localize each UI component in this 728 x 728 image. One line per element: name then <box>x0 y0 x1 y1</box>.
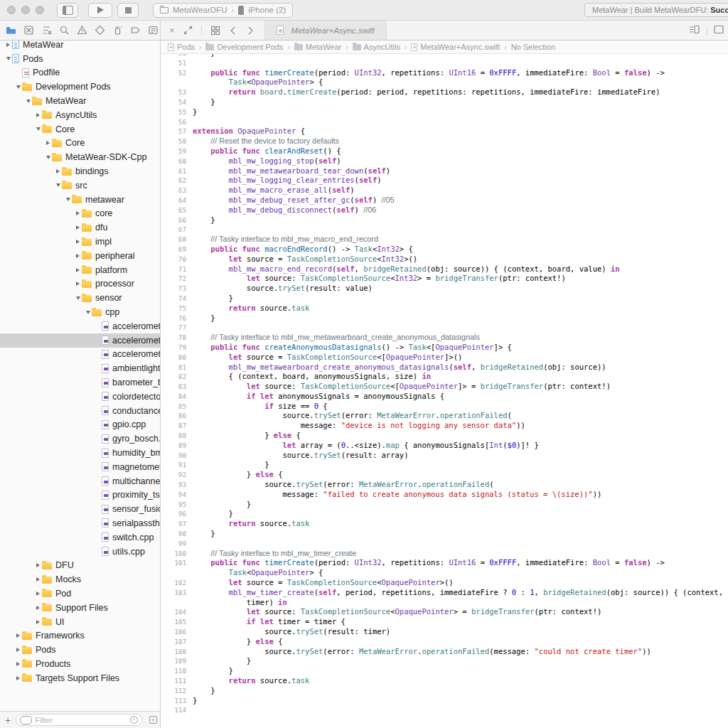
filter-field[interactable]: Filter <box>16 714 142 726</box>
disclosure-right-icon[interactable] <box>34 563 42 567</box>
code-line-text[interactable]: } <box>193 666 728 676</box>
line-number[interactable] <box>161 598 193 608</box>
disclosure-right-icon[interactable] <box>14 662 22 666</box>
line-number[interactable]: 79 <box>161 343 193 353</box>
line-number[interactable] <box>161 77 193 87</box>
tree-row-utils-cpp[interactable]: utils.cpp <box>0 545 160 559</box>
code-line-text[interactable]: source.trySet(error: MetaWearError.opera… <box>193 411 728 421</box>
line-number[interactable]: 76 <box>161 314 193 323</box>
line-number[interactable]: 52 <box>161 68 193 78</box>
code-line-text[interactable]: source.trySet(result: timer) <box>193 627 728 637</box>
code-line-text[interactable]: } <box>193 314 728 323</box>
tree-row-pods[interactable]: Pods <box>0 52 160 66</box>
code-line-text[interactable]: source.trySet(result: value) <box>193 284 728 294</box>
line-number[interactable]: 110 <box>161 666 193 676</box>
tree-row-asyncutils[interactable]: AsyncUtils <box>0 108 160 122</box>
activity-status-view[interactable]: MetaWear | Build MetaWearDFU: Succeeded <box>584 3 728 17</box>
tree-row-gpio-cpp[interactable]: gpio.cpp <box>0 418 160 432</box>
line-number[interactable]: 62 <box>161 176 193 186</box>
line-number[interactable]: 91 <box>161 460 193 470</box>
code-line-text[interactable]: { (context, board, anonymousSignals, siz… <box>193 372 728 382</box>
disclosure-down-icon[interactable] <box>24 100 32 103</box>
run-button[interactable] <box>88 3 112 18</box>
disclosure-right-icon[interactable] <box>74 282 82 286</box>
code-line-text[interactable]: if let anonymousSignals = anonymousSigna… <box>193 392 728 402</box>
line-number[interactable]: 51 <box>161 58 193 68</box>
report-navigator-icon[interactable] <box>148 25 159 36</box>
disclosure-down-icon[interactable] <box>4 57 12 60</box>
line-number[interactable]: 95 <box>161 500 193 510</box>
tree-row-accelerometer-[interactable]: accelerometer.... <box>0 319 160 333</box>
breadcrumb-item-asyncutils[interactable]: AsyncUtils <box>353 43 400 51</box>
code-line-text[interactable]: /// Reset the device to factory defaults <box>193 136 728 146</box>
tree-row-proximity-tsl2-[interactable]: proximity_tsl2... <box>0 488 160 503</box>
breakpoint-navigator-icon[interactable] <box>130 25 141 36</box>
code-line-text[interactable]: } <box>193 656 728 666</box>
tree-row-pods[interactable]: Pods <box>0 643 160 657</box>
line-number[interactable]: 84 <box>161 392 193 402</box>
tree-row-bindings[interactable]: bindings <box>0 164 160 178</box>
line-number[interactable]: 75 <box>161 304 193 314</box>
code-line-text[interactable]: mbl_mw_logging_clear_entries(self) <box>193 176 728 186</box>
disclosure-right-icon[interactable] <box>74 211 82 215</box>
add-editor-icon[interactable] <box>714 24 724 37</box>
code-line-text[interactable]: let source: TaskCompletionSource<Int32> … <box>193 274 728 284</box>
line-number[interactable]: 92 <box>161 470 193 480</box>
tree-row-accelerometer-[interactable]: accelerometer... <box>0 348 160 362</box>
line-number[interactable]: 57 <box>161 127 193 136</box>
tree-row-ui[interactable]: UI <box>0 615 160 629</box>
disclosure-right-icon[interactable] <box>34 592 42 596</box>
tree-row-serialpassthro-[interactable]: serialpassthro... <box>0 516 160 530</box>
line-number[interactable]: 90 <box>161 451 193 461</box>
disclosure-right-icon[interactable] <box>74 240 82 244</box>
code-line-text[interactable]: mbl_mw_debug_reset_after_gc(self) //05 <box>193 196 728 205</box>
code-line-text[interactable] <box>193 225 728 235</box>
line-number[interactable]: 59 <box>161 146 193 156</box>
code-line-text[interactable]: public func macroEndRecord() -> Task<Int… <box>193 245 728 255</box>
code-line-text[interactable]: public func timerCreate(period: UInt32, … <box>193 558 728 568</box>
tree-row-gyro-bosch-cpp[interactable]: gyro_bosch.cpp <box>0 432 160 446</box>
disclosure-right-icon[interactable] <box>34 620 42 624</box>
code-line-text[interactable]: let array = (0..<size).map { anonymousSi… <box>193 441 728 451</box>
line-number[interactable]: 106 <box>161 627 193 637</box>
code-line-text[interactable]: } <box>193 215 728 225</box>
close-tab-icon[interactable]: × <box>169 25 175 36</box>
code-line-text[interactable]: if let timer = timer { <box>193 617 728 627</box>
code-line-text[interactable]: return source.task <box>193 676 728 686</box>
code-line-text[interactable]: } else { <box>193 431 728 441</box>
code-line-text[interactable] <box>193 705 728 715</box>
tree-row-src[interactable]: src <box>0 178 160 193</box>
tree-row-metawear[interactable]: MetaWear <box>0 41 160 52</box>
line-number[interactable]: 55 <box>161 107 193 117</box>
tree-row-accelerometer-[interactable]: accelerometer... <box>0 333 160 348</box>
breadcrumb-item-pods[interactable]: Pods <box>168 43 195 51</box>
code-line-text[interactable]: let source = TaskCompletionSource<[Opaqu… <box>193 353 728 363</box>
disclosure-right-icon[interactable] <box>34 113 42 117</box>
code-line-text[interactable]: mbl_mw_logging_stop(self) <box>193 156 728 166</box>
code-line-text[interactable]: let source: TaskCompletionSource<[Opaque… <box>193 382 728 392</box>
line-number[interactable]: 100 <box>161 549 193 559</box>
line-number[interactable]: 89 <box>161 441 193 451</box>
line-number[interactable]: 97 <box>161 519 193 529</box>
tree-row-colordetector-[interactable]: colordetector_... <box>0 390 160 404</box>
line-number[interactable]: 64 <box>161 196 193 205</box>
line-number[interactable]: 61 <box>161 166 193 176</box>
disclosure-right-icon[interactable] <box>14 676 22 680</box>
zoom-window-button[interactable] <box>36 6 44 14</box>
code-line-text[interactable]: let source = TaskCompletionSource<Opaque… <box>193 578 728 588</box>
code-line-text[interactable] <box>193 117 728 127</box>
code-line-text[interactable]: } <box>193 509 728 519</box>
disclosure-down-icon[interactable] <box>64 198 72 201</box>
tree-row-core[interactable]: Core <box>0 122 160 136</box>
disclosure-down-icon[interactable] <box>44 156 52 159</box>
close-window-button[interactable] <box>7 6 16 14</box>
breadcrumb-item-no-selection[interactable]: No Selection <box>511 43 555 51</box>
line-number[interactable]: 80 <box>161 353 193 363</box>
tree-row-support-files[interactable]: Support Files <box>0 601 160 615</box>
disclosure-right-icon[interactable] <box>74 225 82 230</box>
code-line-text[interactable]: /// Tasky interface to mbl_mw_macro_end_… <box>193 235 728 245</box>
disclosure-right-icon[interactable] <box>34 577 42 582</box>
code-line-text[interactable]: source.trySet(error: MetaWearError.opera… <box>193 480 728 490</box>
tree-row-barometer-bos-[interactable]: barometer_bos... <box>0 375 160 390</box>
line-number[interactable]: 88 <box>161 431 193 441</box>
